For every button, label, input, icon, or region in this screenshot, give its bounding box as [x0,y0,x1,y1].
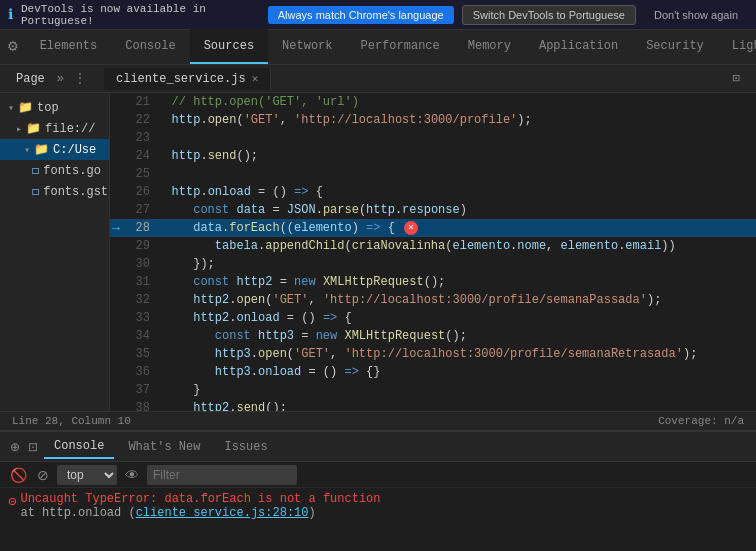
tree-item-fontsgoc[interactable]: ◻ fonts.go [0,160,109,181]
page-tab[interactable]: Page [8,69,53,89]
clear-console-button[interactable]: 🚫 [8,465,29,485]
error-source-link[interactable]: cliente_service.js:28:10 [136,506,309,520]
table-row: 24 http.send(); [110,147,756,165]
expand-panel-button[interactable]: ⊡ [26,438,40,456]
tab-security[interactable]: Security [632,29,718,64]
bottom-tab-issues[interactable]: Issues [214,436,277,458]
eye-icon[interactable]: 👁 [123,465,141,485]
line-code: http.send(); [150,147,756,165]
tab-memory[interactable]: Memory [454,29,525,64]
info-icon: ℹ [8,6,13,23]
tree-item-file[interactable]: ▸ 📁 file:// [0,118,109,139]
add-console-button[interactable]: ⊕ [8,438,22,456]
match-language-button[interactable]: Always match Chrome's language [268,6,454,24]
line-code: http2.send(); [150,399,756,411]
context-selector[interactable]: top [57,465,117,485]
tree-label-cuser: C:/Use [53,143,96,157]
line-number: 35 [110,345,150,363]
folder-icon-cuser: 📁 [34,142,49,157]
error-area: ⊝ Uncaught TypeError: data.forEach is no… [0,488,756,524]
line-number: 34 [110,327,150,345]
switch-devtools-button[interactable]: Switch DevTools to Portuguese [462,5,636,25]
table-row: → 28 data.forEach((elemento) => { ✕ [110,219,756,237]
code-scroll[interactable]: 21 // http.open('GET', 'url') 22 http.op… [110,93,756,411]
table-row: 38 http2.send(); [110,399,756,411]
chevron-down-icon-2: ▾ [24,144,30,156]
line-code: const http2 = new XMLHttpRequest(); [150,273,756,291]
dont-show-again-button[interactable]: Don't show again [644,6,748,24]
close-file-tab-icon[interactable]: ✕ [252,72,259,85]
maximize-button[interactable]: ⊡ [725,69,748,88]
table-row: 22 http.open('GET', 'http://localhost:30… [110,111,756,129]
tree-label-top: top [37,101,59,115]
coverage-status: Coverage: n/a [658,415,744,427]
tab-network[interactable]: Network [268,29,346,64]
bottom-tabs: ⊕ ⊡ Console What's New Issues [0,432,756,462]
devtools-icon: ⚙ [0,29,26,64]
line-number: 25 [110,165,150,183]
tab-lighthouse[interactable]: Lighthouse [718,29,756,64]
table-row: 31 const http2 = new XMLHttpRequest(); [110,273,756,291]
table-row: 21 // http.open('GET', 'url') [110,93,756,111]
line-number: 29 [110,237,150,255]
tab-elements[interactable]: Elements [26,29,112,64]
stop-button[interactable]: ⊘ [35,465,51,485]
line-number: 30 [110,255,150,273]
bottom-tab-whatsnew[interactable]: What's New [118,436,210,458]
line-number: 26 [110,183,150,201]
line-code [150,129,756,147]
chevron-right-icon: ▸ [16,123,22,135]
error-icon: ⊝ [8,493,16,510]
table-row: 32 http2.open('GET', 'http://localhost:3… [110,291,756,309]
file-icon-fontsgoc: ◻ [32,163,39,178]
tree-label-fontsgst: fonts.gst [43,185,108,199]
folder-icon: 📁 [18,100,33,115]
line-code: } [150,381,756,399]
line-code: http3.onload = () => {} [150,363,756,381]
table-row: 34 const http3 = new XMLHttpRequest(); [110,327,756,345]
table-row: 29 tabela.appendChild(criaNovalinha(elem… [110,237,756,255]
line-code: // http.open('GET', 'url') [150,93,756,111]
line-code: http.open('GET', 'http://localhost:3000/… [150,111,756,129]
bottom-toolbar: 🚫 ⊘ top 👁 [0,462,756,488]
error-close-paren: ) [308,506,315,520]
tab-sources[interactable]: Sources [190,29,268,64]
chevron-right-icon: » [57,72,64,86]
tab-application[interactable]: Application [525,29,632,64]
bottom-tab-console[interactable]: Console [44,435,114,459]
tab-console[interactable]: Console [111,29,189,64]
tree-label-file: file:// [45,122,95,136]
code-editor[interactable]: 21 // http.open('GET', 'url') 22 http.op… [110,93,756,411]
chevron-down-icon: ▾ [8,102,14,114]
error-content: Uncaught TypeError: data.forEach is not … [20,492,380,520]
table-row: 26 http.onload = () => { [110,183,756,201]
line-number: 38 [110,399,150,411]
table-row: 30 }); [110,255,756,273]
error-location: at http.onload (cliente_service.js:28:10… [20,506,380,520]
line-number: 36 [110,363,150,381]
line-number: 37 [110,381,150,399]
line-code: data.forEach((elemento) => { ✕ [150,219,756,237]
bottom-panel: ⊕ ⊡ Console What's New Issues 🚫 ⊘ top 👁 … [0,431,756,499]
tree-item-fontsgst[interactable]: ◻ fonts.gst [0,181,109,202]
file-tab-label: cliente_service.js [116,72,246,86]
line-code: const http3 = new XMLHttpRequest(); [150,327,756,345]
line-code: http.onload = () => { [150,183,756,201]
table-row: 25 [110,165,756,183]
file-tab-cliente[interactable]: cliente_service.js ✕ [104,68,271,90]
info-bar-text: DevTools is now available in Portuguese! [21,3,260,27]
file-tab-bar: cliente_service.js ✕ ⊡ [96,68,748,90]
main-tab-bar: ⚙ Elements Console Sources Network Perfo… [0,30,756,65]
tab-performance[interactable]: Performance [347,29,454,64]
tree-item-cuser[interactable]: ▾ 📁 C:/Use [0,139,109,160]
filter-input[interactable] [147,465,297,485]
folder-icon-file: 📁 [26,121,41,136]
line-status-bar: Line 28, Column 10 Coverage: n/a [0,411,756,431]
line-number: 24 [110,147,150,165]
sub-tab-menu[interactable]: ⋮ [68,69,92,88]
line-code: const data = JSON.parse(http.response) [150,201,756,219]
line-number: 27 [110,201,150,219]
tree-item-top[interactable]: ▾ 📁 top [0,97,109,118]
sidebar: ▾ 📁 top ▸ 📁 file:// ▾ 📁 C:/Use ◻ fonts.g… [0,93,110,411]
file-icon-fontsgst: ◻ [32,184,39,199]
